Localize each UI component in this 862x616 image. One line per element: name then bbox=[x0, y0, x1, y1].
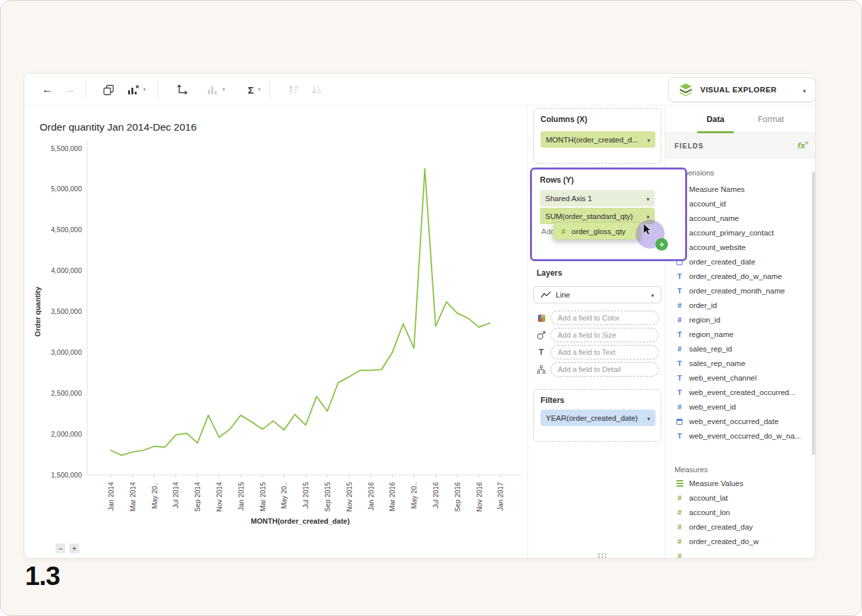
sort-descending-icon bbox=[310, 84, 323, 96]
zoom-controls: − + bbox=[55, 543, 79, 553]
chevron-down-icon[interactable] bbox=[647, 136, 650, 144]
zoom-out-button[interactable]: − bbox=[55, 543, 65, 553]
field-label: account_lon bbox=[689, 508, 730, 516]
aggregate-button[interactable]: Σ bbox=[242, 81, 259, 98]
scrollbar[interactable] bbox=[812, 171, 815, 455]
field-label: web_event_created_occurred... bbox=[689, 388, 795, 396]
sort-ascending-button[interactable] bbox=[285, 81, 302, 98]
dragged-field-pill[interactable]: # order_gloss_qty bbox=[553, 223, 640, 239]
shared-axis-pill[interactable]: Shared Axis 1 bbox=[540, 190, 655, 206]
field-item[interactable]: #account_lat bbox=[665, 491, 816, 505]
field-item[interactable]: #account_id bbox=[665, 197, 816, 211]
columns-pill[interactable]: MONTH(order_created_d... bbox=[541, 131, 655, 148]
tab-format[interactable]: Format bbox=[752, 106, 789, 133]
field-label: order_id bbox=[689, 301, 717, 309]
field-item[interactable]: Measure Values bbox=[665, 476, 816, 491]
svg-text:3,500,000: 3,500,000 bbox=[51, 307, 82, 315]
dragged-field-label: order_gloss_qty bbox=[572, 228, 626, 235]
field-item[interactable]: #order_created_day bbox=[665, 520, 816, 534]
number-icon: # bbox=[675, 402, 684, 412]
field-item[interactable]: #order_id bbox=[665, 298, 816, 313]
back-button[interactable]: ← bbox=[39, 81, 56, 98]
svg-text:2,500,000: 2,500,000 bbox=[51, 389, 82, 397]
remove-chart-button[interactable] bbox=[125, 81, 142, 98]
svg-text:2,000,000: 2,000,000 bbox=[51, 430, 82, 438]
chart-type-button[interactable] bbox=[204, 81, 221, 98]
field-label: web_event_channel bbox=[689, 374, 756, 382]
chevron-down-icon[interactable]: ▾ bbox=[143, 86, 146, 92]
chevron-down-icon[interactable]: ▾ bbox=[258, 86, 261, 92]
visual-explorer-label: VISUAL EXPLORER bbox=[700, 86, 777, 94]
shelves-panel: Columns (X) MONTH(order_created_d... Row… bbox=[527, 106, 665, 559]
field-item[interactable]: Tweb_event_created_occurred... bbox=[665, 385, 816, 400]
line-chart[interactable]: 1,500,0002,000,0002,500,0003,000,0003,50… bbox=[24, 133, 527, 555]
drop-field-detail[interactable]: Add a field to Detail bbox=[550, 362, 659, 377]
svg-text:Mar 2015: Mar 2015 bbox=[259, 482, 267, 512]
svg-text:May 20..: May 20.. bbox=[150, 482, 158, 508]
chart-area: Order quantity Jan 2014-Dec 2016 1,500,0… bbox=[24, 106, 527, 559]
chevron-down-icon[interactable] bbox=[646, 195, 649, 202]
number-icon: # bbox=[675, 493, 684, 503]
sort-descending-button[interactable] bbox=[308, 81, 325, 98]
columns-shelf-title: Columns (X) bbox=[541, 115, 587, 124]
figure-label: 1.3 bbox=[25, 561, 60, 591]
chart-title: Order quantity Jan 2014-Dec 2016 bbox=[40, 121, 197, 133]
drop-field-text[interactable]: Add a field to Text bbox=[550, 345, 659, 359]
chevron-down-icon[interactable] bbox=[651, 291, 654, 299]
resize-handle[interactable] bbox=[597, 553, 607, 559]
columns-shelf: Columns (X) MONTH(order_created_d... bbox=[533, 108, 661, 164]
field-label: Measure Values bbox=[689, 479, 743, 487]
field-item[interactable]: Torder_created_month_name bbox=[665, 284, 816, 298]
field-label: account_primary_contact bbox=[689, 229, 774, 237]
field-item[interactable]: #account_lon bbox=[665, 505, 816, 520]
drop-field-color[interactable]: Add a field to Color bbox=[550, 311, 659, 325]
forward-button[interactable]: → bbox=[61, 81, 79, 98]
duplicate-chart-button[interactable] bbox=[100, 81, 117, 98]
field-item[interactable]: Tweb_event_channel bbox=[665, 371, 816, 385]
field-item[interactable]: #web_event_id bbox=[665, 400, 816, 414]
panel-tabbar: Data Format bbox=[665, 106, 816, 133]
field-label: order_created_do_w bbox=[689, 538, 759, 545]
field-item[interactable]: Taccount_primary_contact bbox=[665, 226, 816, 240]
svg-text:Sep 2015: Sep 2015 bbox=[323, 482, 331, 512]
field-item[interactable]: Tsales_rep_name bbox=[665, 356, 816, 371]
chevron-down-icon[interactable] bbox=[646, 212, 649, 220]
zoom-in-button[interactable]: + bbox=[69, 543, 79, 553]
field-item[interactable]: order_created_date bbox=[665, 255, 816, 269]
text-icon: T bbox=[536, 348, 547, 357]
layers-title: Layers bbox=[537, 268, 562, 278]
swap-axes-button[interactable] bbox=[174, 81, 191, 98]
svg-text:1,500,000: 1,500,000 bbox=[51, 471, 82, 479]
field-item[interactable]: Tweb_event_occurred_do_w_na... bbox=[665, 429, 816, 443]
svg-text:4,000,000: 4,000,000 bbox=[51, 266, 82, 274]
field-item[interactable]: Taccount_name bbox=[665, 211, 816, 226]
svg-text:Jan 2015: Jan 2015 bbox=[237, 482, 245, 510]
filters-pill[interactable]: YEAR(order_created_date) bbox=[541, 410, 655, 426]
field-item[interactable]: web_event_occurred_date bbox=[665, 414, 816, 429]
tab-data[interactable]: Data bbox=[697, 106, 734, 133]
field-item[interactable]: #region_id bbox=[665, 313, 816, 327]
measures-list: Measure Values#account_lat#account_lon#o… bbox=[665, 476, 816, 559]
svg-text:Mar 2014: Mar 2014 bbox=[129, 482, 137, 512]
layer-drop-row: Add a field to Size bbox=[536, 327, 659, 343]
dimensions-list: Measure Names#account_idTaccount_nameTac… bbox=[665, 182, 816, 443]
field-item[interactable]: #sales_rep_id bbox=[665, 342, 816, 356]
visual-explorer-button[interactable]: VISUAL EXPLORER bbox=[668, 77, 816, 102]
field-item[interactable]: Measure Names bbox=[665, 182, 816, 197]
drop-field-size[interactable]: Add a field to Size bbox=[550, 328, 659, 342]
field-item[interactable]: Taccount_website bbox=[665, 240, 816, 255]
svg-text:Jul 2016: Jul 2016 bbox=[432, 482, 440, 508]
chevron-down-icon[interactable]: ▾ bbox=[222, 86, 225, 92]
field-item[interactable]: # bbox=[665, 549, 816, 559]
svg-text:Jul 2015: Jul 2015 bbox=[302, 482, 310, 508]
field-item[interactable]: #order_created_do_w bbox=[665, 534, 816, 549]
field-item[interactable]: Torder_created_do_w_name bbox=[665, 269, 816, 284]
chevron-down-icon[interactable] bbox=[647, 414, 650, 422]
add-calculation-icon[interactable]: fx+ bbox=[798, 140, 809, 150]
layer-drop-row: Add a field to Color bbox=[536, 310, 659, 326]
mark-type-select[interactable]: Line bbox=[533, 286, 661, 303]
chevron-down-icon bbox=[803, 84, 806, 96]
sum-field-pill[interactable]: SUM(order_standard_qty) bbox=[540, 208, 655, 224]
fields-header-bar: FIELDS fx+ bbox=[665, 133, 816, 158]
field-item[interactable]: Tregion_name bbox=[665, 327, 816, 342]
